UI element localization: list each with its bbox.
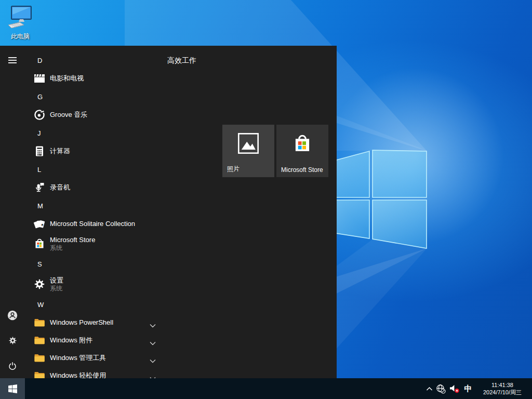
app-list-folder-windows-ease-of-access[interactable]: Windows 轻松使用 xyxy=(25,367,218,378)
app-list-item-solitaire-collection[interactable]: ♠Microsoft Solitaire Collection xyxy=(25,215,218,233)
clock-time: 11:41:38 xyxy=(483,381,522,389)
letter-header-label: D xyxy=(37,57,42,64)
tray-expand-button[interactable] xyxy=(424,378,434,399)
app-list-letter-w[interactable]: W xyxy=(25,295,218,314)
hamburger-icon xyxy=(8,57,17,63)
photos-icon xyxy=(237,132,260,155)
this-pc-icon xyxy=(7,5,33,29)
start-menu-rail xyxy=(0,46,25,378)
windows-logo-icon xyxy=(8,384,17,393)
screen: 此电脑 xyxy=(0,0,532,399)
letter-header-label: S xyxy=(37,260,42,268)
app-list-item-calculator[interactable]: 计算器 xyxy=(25,142,218,160)
settings-icon xyxy=(33,278,46,290)
app-item-label: Windows 管理工具 xyxy=(50,354,106,362)
start-button[interactable] xyxy=(0,378,25,399)
app-list-folder-windows-admin-tools[interactable]: Windows 管理工具 xyxy=(25,349,218,367)
gear-icon xyxy=(8,336,18,345)
folder-expand-button[interactable] xyxy=(150,356,156,360)
tile-microsoft-store[interactable]: Microsoft Store xyxy=(276,125,328,177)
power-icon xyxy=(7,361,18,371)
folder-icon xyxy=(33,316,46,329)
start-menu: D 电影和电视G Groove 音乐J 计算器L 录音机M ♠Microsoft… xyxy=(0,46,337,378)
app-list-folder-windows-accessories[interactable]: Windows 附件 xyxy=(25,331,218,349)
letter-header-label: L xyxy=(37,166,41,174)
app-item-label: Microsoft Store xyxy=(50,236,95,244)
letter-header-label: G xyxy=(37,93,43,101)
chevron-down-icon xyxy=(150,324,156,328)
app-list-item-settings[interactable]: 设置系统 xyxy=(25,273,218,295)
app-list-letter-j[interactable]: J xyxy=(25,124,218,142)
app-item-label: 录音机 xyxy=(50,183,70,192)
app-list-letter-l[interactable]: L xyxy=(25,160,218,179)
power-button[interactable] xyxy=(0,355,25,376)
chevron-down-icon xyxy=(150,341,156,345)
folder-icon xyxy=(33,352,46,364)
ime-indicator[interactable]: 中 xyxy=(461,378,475,399)
app-item-label: Windows 轻松使用 xyxy=(50,371,106,378)
app-list-item-groove-music[interactable]: Groove 音乐 xyxy=(25,106,218,124)
app-item-label: Groove 音乐 xyxy=(50,111,87,119)
taskbar: 中 11:41:38 2024/7/10/周三 xyxy=(0,378,532,399)
letter-header-label: M xyxy=(37,202,43,210)
folder-expand-button[interactable] xyxy=(150,338,156,342)
letter-header-label: W xyxy=(37,301,44,309)
tile-group-title: 高效工作 xyxy=(167,56,196,65)
app-list-letter-m[interactable]: M xyxy=(25,196,218,215)
folder-expand-button[interactable] xyxy=(150,321,156,325)
app-list-letter-s[interactable]: S xyxy=(25,255,218,273)
chevron-down-icon xyxy=(150,359,156,363)
tile-label: 照片 xyxy=(227,165,240,174)
solitaire-icon: ♠ xyxy=(33,218,46,230)
folder-icon xyxy=(33,334,46,347)
app-item-label: 计算器 xyxy=(50,147,70,155)
app-list-letter-g[interactable]: G xyxy=(25,87,218,106)
folder-icon xyxy=(33,369,46,378)
app-list-folder-windows-powershell[interactable]: Windows PowerShell xyxy=(25,314,218,331)
app-item-sublabel: 系统 xyxy=(50,244,95,251)
groove-music-icon xyxy=(33,109,46,121)
clock-date: 2024/7/10/周三 xyxy=(483,389,522,396)
tile-label: Microsoft Store xyxy=(281,166,323,174)
expand-menu-button[interactable] xyxy=(0,50,25,71)
store-icon xyxy=(33,237,46,250)
movies-tv-icon xyxy=(33,72,46,85)
letter-header-label: J xyxy=(37,129,41,137)
app-list-item-voice-recorder[interactable]: 录音机 xyxy=(25,179,218,196)
calculator-icon xyxy=(33,145,46,157)
app-item-label: 设置 xyxy=(50,276,63,285)
app-list-item-movies-tv[interactable]: 电影和电视 xyxy=(25,70,218,87)
app-list-item-microsoft-store[interactable]: Microsoft Store系统 xyxy=(25,233,218,255)
app-item-label: Windows 附件 xyxy=(50,336,92,344)
app-list: D 电影和电视G Groove 音乐J 计算器L 录音机M ♠Microsoft… xyxy=(25,51,218,378)
app-item-label: 电影和电视 xyxy=(50,74,84,83)
volume-muted-icon xyxy=(449,384,460,393)
voice-recorder-icon xyxy=(33,181,46,194)
clock[interactable]: 11:41:38 2024/7/10/周三 xyxy=(475,378,530,399)
volume-button[interactable] xyxy=(447,378,461,399)
store-icon xyxy=(291,132,313,154)
network-status-button[interactable] xyxy=(434,378,447,399)
app-item-label: Microsoft Solitaire Collection xyxy=(50,220,135,228)
chevron-up-icon xyxy=(426,387,433,391)
app-item-label: Windows PowerShell xyxy=(50,318,113,327)
desktop-icon-this-pc[interactable]: 此电脑 xyxy=(4,5,36,41)
network-no-internet-icon xyxy=(436,384,446,394)
system-tray: 中 11:41:38 2024/7/10/周三 xyxy=(424,378,532,399)
user-account-button[interactable] xyxy=(0,305,25,326)
app-item-sublabel: 系统 xyxy=(50,285,63,292)
tile-photos[interactable]: 照片 xyxy=(222,125,274,177)
rail-settings-button[interactable] xyxy=(0,330,25,351)
user-icon xyxy=(7,310,18,321)
desktop-icon-label: 此电脑 xyxy=(4,32,36,41)
folder-expand-button[interactable] xyxy=(150,374,156,378)
